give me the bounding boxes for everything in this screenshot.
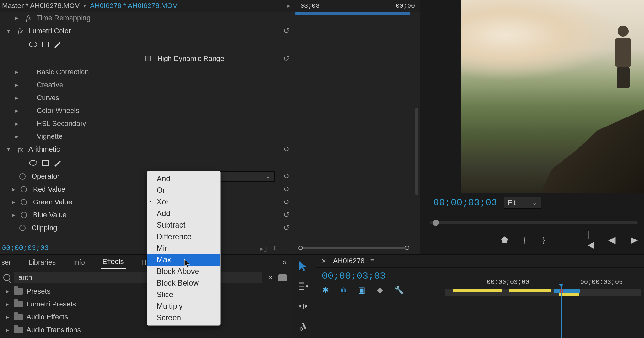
disclosure-icon[interactable]: [13, 81, 21, 89]
graph-clip-bar[interactable]: [295, 12, 410, 15]
disclosure-icon[interactable]: [10, 186, 17, 193]
sequence-menu-icon[interactable]: ≡: [370, 257, 374, 265]
zoom-handle-right[interactable]: [405, 246, 409, 250]
dropdown-option-max[interactable]: Max: [147, 254, 220, 266]
effect-lumetri-row[interactable]: fx Lumetri Color ↺: [0, 24, 295, 37]
dropdown-option-block-above[interactable]: Block Above: [147, 266, 220, 277]
tree-item-presets[interactable]: Presets: [0, 285, 290, 298]
tree-item-audio-transitions[interactable]: Audio Transitions: [0, 324, 290, 336]
rectangle-mask-icon[interactable]: [42, 42, 49, 47]
hdr-checkbox[interactable]: [145, 56, 151, 61]
disclosure-icon[interactable]: [5, 326, 10, 333]
selection-tool-icon[interactable]: [297, 260, 309, 272]
disclosure-icon[interactable]: [13, 69, 21, 76]
zoom-level-dropdown[interactable]: Fit ⌄: [504, 197, 541, 209]
effect-arithmetic-row[interactable]: fx Arithmetic ↺: [0, 143, 295, 156]
disclosure-icon[interactable]: [5, 288, 10, 295]
stopwatch-icon[interactable]: [21, 212, 27, 218]
sequence-name[interactable]: AH0I6278: [333, 257, 365, 265]
dropdown-option-difference[interactable]: Difference: [147, 231, 220, 242]
mark-out-button[interactable]: }: [542, 234, 546, 245]
tree-item-lumetri-presets[interactable]: Lumetri Presets: [0, 298, 290, 311]
stopwatch-icon[interactable]: [21, 186, 27, 192]
stopwatch-icon[interactable]: [19, 225, 26, 231]
reset-icon[interactable]: ↺: [281, 224, 292, 232]
dropdown-option-multiply[interactable]: Multiply: [147, 300, 220, 312]
add-marker-button[interactable]: {: [523, 234, 527, 245]
dropdown-option-or[interactable]: Or: [147, 184, 220, 196]
timeline-clip[interactable]: [453, 289, 502, 292]
dropdown-option-subtract[interactable]: Subtract: [147, 219, 220, 231]
settings-icon[interactable]: 🔧: [394, 286, 404, 295]
lumetri-hsl-secondary-row[interactable]: HSL Secondary: [0, 117, 295, 130]
ellipse-mask-icon[interactable]: [29, 160, 37, 166]
dropdown-option-min[interactable]: Min: [147, 242, 220, 254]
lumetri-basic-correction-row[interactable]: Basic Correction: [0, 66, 295, 79]
graph-playhead-icon[interactable]: [298, 12, 298, 254]
reset-icon[interactable]: ↺: [281, 145, 292, 154]
tab-overflow-icon[interactable]: »: [282, 257, 287, 267]
dropdown-option-screen[interactable]: Screen: [147, 312, 220, 324]
panel-expand-icon[interactable]: ▸: [287, 2, 290, 9]
tab-effects[interactable]: Effects: [101, 255, 126, 269]
position-slider-handle[interactable]: [433, 220, 439, 226]
stopwatch-icon[interactable]: [21, 199, 27, 205]
dropdown-option-and[interactable]: And: [147, 173, 220, 184]
reset-icon[interactable]: ↺: [281, 27, 292, 35]
snap-icon[interactable]: ⋒: [341, 286, 346, 294]
close-sequence-icon[interactable]: ×: [319, 257, 329, 265]
lumetri-vignette-row[interactable]: Vignette: [0, 130, 295, 143]
lumetri-creative-row[interactable]: Creative: [0, 79, 295, 91]
reset-icon[interactable]: ↺: [281, 211, 292, 219]
graph-vertical-scrollbar[interactable]: [415, 108, 418, 195]
export-frame-icon[interactable]: ⤴: [273, 245, 276, 252]
dropdown-option-block-below[interactable]: Block Below: [147, 277, 220, 289]
operator-dropdown-menu[interactable]: AndOr•XorAddSubtractDifferenceMinMaxBloc…: [147, 171, 221, 326]
reset-icon[interactable]: ↺: [281, 198, 292, 206]
reset-icon[interactable]: ↺: [281, 172, 292, 181]
disclosure-icon[interactable]: [10, 211, 17, 219]
disclosure-icon[interactable]: [5, 301, 10, 308]
clip-dropdown-caret-icon[interactable]: ▾: [83, 3, 86, 9]
ripple-edit-tool-icon[interactable]: [297, 300, 309, 312]
razor-tool-icon[interactable]: [297, 320, 309, 332]
lumetri-color-wheels-row[interactable]: Color Wheels: [0, 104, 295, 117]
rectangle-mask-icon[interactable]: [42, 160, 49, 166]
reset-icon[interactable]: ↺: [281, 54, 292, 63]
ellipse-mask-icon[interactable]: [29, 42, 37, 47]
reset-icon[interactable]: ↺: [281, 185, 292, 193]
tab-browser[interactable]: ser: [0, 256, 13, 269]
effect-time-remapping-row[interactable]: fx Time Remapping: [0, 12, 295, 24]
program-monitor-video[interactable]: [461, 0, 644, 193]
graph-zoom-bar[interactable]: [300, 247, 407, 249]
timeline-playhead-icon[interactable]: [561, 287, 562, 338]
effect-controls-timecode[interactable]: 00;00;03;03: [2, 244, 49, 252]
dropdown-option-slice[interactable]: Slice: [147, 289, 220, 300]
timeline-clip[interactable]: [509, 289, 551, 292]
toggle-track-output-icon[interactable]: ▸▯: [260, 245, 267, 252]
program-position-slider[interactable]: [430, 221, 638, 224]
tab-libraries[interactable]: Libraries: [27, 256, 58, 269]
effects-search-input[interactable]: [14, 272, 262, 283]
dropdown-option-add[interactable]: Add: [147, 208, 220, 219]
insert-mode-icon[interactable]: ✱: [322, 286, 329, 295]
timeline-track[interactable]: [445, 289, 641, 296]
disclosure-icon[interactable]: [5, 146, 12, 153]
dropdown-option-xor[interactable]: •Xor: [147, 196, 220, 208]
timeline-clip[interactable]: [554, 289, 580, 293]
new-bin-icon[interactable]: [278, 274, 287, 281]
tab-info[interactable]: Info: [71, 256, 87, 269]
disclosure-icon[interactable]: [5, 314, 10, 321]
zoom-handle-left[interactable]: [298, 246, 303, 250]
program-timecode[interactable]: 00;00;03;03: [433, 197, 497, 208]
disclosure-icon[interactable]: [13, 120, 21, 127]
time-ruler[interactable]: 00;00;03;00 00;00;03;05: [445, 277, 641, 289]
linked-selection-icon[interactable]: ▣: [358, 286, 365, 295]
disclosure-icon[interactable]: [13, 107, 21, 114]
marker-icon[interactable]: ◆: [377, 286, 383, 295]
pen-mask-icon[interactable]: [53, 160, 60, 166]
mark-in-button[interactable]: ⬟: [501, 234, 508, 245]
pen-mask-icon[interactable]: [53, 41, 60, 48]
disclosure-icon[interactable]: [13, 133, 21, 140]
disclosure-icon[interactable]: [13, 14, 21, 22]
